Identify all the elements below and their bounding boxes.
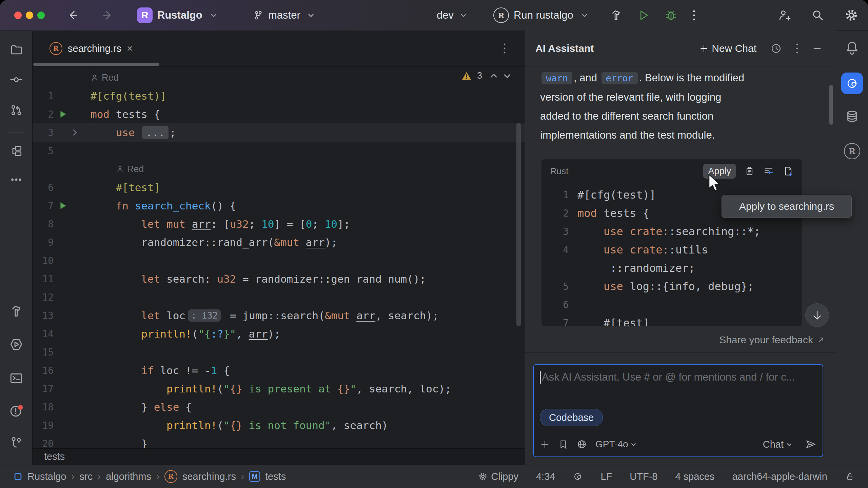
line-number: 15	[33, 347, 54, 358]
code-line: 11 let search: u32 = randomizer::gen_ran…	[33, 270, 525, 288]
line-number: 7	[541, 318, 569, 327]
code-line: 7 #[test]	[541, 314, 802, 326]
unlocked-icon[interactable]	[845, 471, 854, 482]
code-line: 15	[33, 343, 525, 361]
code-line: 7 fn search_check() {	[33, 197, 525, 215]
tab-options-icon[interactable]	[503, 43, 506, 54]
mode-selector[interactable]: Chat	[763, 439, 792, 450]
copy-code-icon[interactable]	[744, 166, 755, 177]
forward-icon[interactable]	[102, 9, 114, 21]
close-window-button[interactable]	[14, 12, 22, 19]
build-hammer-icon[interactable]	[610, 9, 623, 22]
code-line: 3 use ...;	[33, 123, 525, 142]
line-number: 4	[541, 244, 569, 256]
terminal-icon[interactable]	[9, 371, 23, 385]
code-editor[interactable]: Red1#[cfg(test)]2mod tests {3 use ...;5R…	[33, 66, 525, 448]
env-selector[interactable]: dev	[437, 0, 467, 30]
line-number: 16	[33, 365, 54, 376]
ai-assistant-tool-icon[interactable]	[841, 73, 863, 94]
editor-scrollbar[interactable]	[516, 123, 521, 326]
new-chat-button[interactable]: New Chat	[699, 43, 756, 54]
status-bar: Rustalgo› src› algorithms› R searching.r…	[0, 465, 868, 488]
line-number: 2	[33, 109, 54, 120]
line-number: 19	[33, 420, 54, 431]
share-feedback-link[interactable]: Share your feedback	[719, 334, 825, 346]
add-user-icon[interactable]	[778, 8, 791, 22]
more-tool-windows-icon[interactable]	[9, 173, 23, 186]
line-number: 18	[33, 402, 54, 413]
more-actions-icon[interactable]	[692, 9, 696, 22]
search-icon[interactable]	[811, 8, 825, 22]
line-number: 8	[33, 219, 54, 230]
services-icon[interactable]	[9, 337, 23, 351]
sticky-breadcrumb-bar[interactable]: tests	[33, 448, 525, 465]
tab-file-name: searching.rs	[68, 43, 121, 54]
chevron-down-icon	[460, 12, 467, 19]
attach-plus-icon[interactable]	[540, 439, 550, 449]
line-number: 12	[33, 292, 54, 303]
line-number: 7	[33, 200, 54, 211]
inspection-widget[interactable]: 3	[461, 70, 511, 81]
ai-panel-scrollbar[interactable]	[829, 85, 833, 125]
code-line: 13 let loc: i32 = jump::search(&mut arr,…	[33, 306, 525, 325]
pull-requests-icon[interactable]	[9, 103, 23, 117]
tab-scrollbar[interactable]	[33, 63, 159, 66]
structure-icon[interactable]	[9, 144, 23, 158]
scroll-to-bottom-button[interactable]	[805, 303, 829, 327]
run-gutter-icon[interactable]	[58, 201, 67, 210]
indent-style[interactable]: 4 spaces	[675, 471, 714, 482]
rust-tool-icon[interactable]: R	[844, 143, 860, 159]
model-selector[interactable]: GPT-4o	[595, 439, 636, 450]
run-icon[interactable]	[637, 9, 650, 21]
rust-file-icon: R	[50, 42, 62, 55]
branch-name: master	[268, 9, 300, 21]
chevron-down-icon	[308, 12, 314, 19]
ai-options-icon[interactable]	[796, 43, 798, 54]
line-ending[interactable]: LF	[600, 471, 612, 482]
git-tool-icon[interactable]	[9, 435, 23, 450]
project-badge: R	[137, 7, 153, 23]
prompt-library-icon[interactable]	[558, 439, 568, 449]
caret-position[interactable]: 4:34	[536, 471, 555, 482]
send-icon[interactable]	[805, 439, 816, 450]
run-gutter-icon[interactable]	[58, 110, 67, 119]
fold-arrow-icon[interactable]	[71, 128, 79, 137]
clippy-widget[interactable]: Clippy	[478, 471, 518, 482]
web-search-icon[interactable]	[576, 439, 587, 450]
insert-at-caret-icon[interactable]	[763, 166, 774, 177]
breadcrumb[interactable]: Rustalgo› src› algorithms› R searching.r…	[14, 470, 286, 483]
notifications-bell-icon[interactable]	[845, 40, 860, 55]
prev-problem-icon[interactable]	[490, 72, 498, 80]
line-number: 3	[541, 226, 569, 237]
build-tool-icon[interactable]	[9, 304, 23, 318]
codebase-context-chip[interactable]: Codebase	[540, 409, 603, 426]
line-number: 2	[541, 208, 569, 219]
ai-status-icon[interactable]	[573, 471, 583, 482]
settings-gear-icon[interactable]	[844, 8, 859, 22]
tab-searching-rs[interactable]: R searching.rs ×	[50, 30, 133, 66]
mouse-cursor	[708, 174, 723, 193]
project-widget[interactable]: R Rustalgo	[137, 0, 217, 30]
commit-icon[interactable]	[9, 73, 23, 86]
new-file-from-code-icon[interactable]	[783, 166, 793, 177]
back-icon[interactable]	[66, 9, 79, 21]
zoom-window-button[interactable]	[37, 12, 45, 19]
line-number: 17	[33, 383, 54, 394]
hide-panel-icon[interactable]	[812, 43, 822, 54]
file-encoding[interactable]: UTF-8	[630, 471, 657, 482]
target-triple[interactable]: aarch64-apple-darwin	[732, 471, 828, 482]
minimize-window-button[interactable]	[26, 12, 33, 19]
code-line: 16 if loc != -1 {	[33, 361, 525, 380]
database-icon[interactable]	[845, 109, 860, 124]
close-tab-icon[interactable]: ×	[127, 43, 133, 54]
debug-icon[interactable]	[665, 9, 677, 22]
problems-icon[interactable]	[9, 403, 24, 418]
next-problem-icon[interactable]	[503, 72, 511, 80]
project-folder-icon[interactable]	[9, 42, 23, 56]
run-configuration-selector[interactable]: R Run rustalgo	[493, 0, 588, 30]
chat-history-icon[interactable]	[770, 42, 782, 55]
inline-code-chip: warn	[541, 72, 572, 84]
line-number: 5	[541, 281, 569, 292]
vcs-branch-widget[interactable]: master	[253, 0, 314, 30]
ai-input-box[interactable]: Ask AI Assistant. Use # or @ for mention…	[533, 364, 823, 457]
